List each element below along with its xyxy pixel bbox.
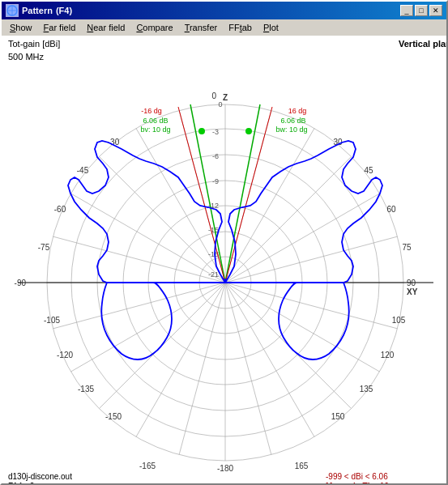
db-n9-label: -9 — [212, 177, 219, 185]
db-n21-label: -21 — [208, 270, 219, 279]
menu-nearfield[interactable]: Near field — [82, 21, 130, 34]
angle-neg120-label: -120 — [57, 351, 73, 359]
angle-165-label: 165 — [295, 462, 309, 470]
angle-neg75-label: -75 — [38, 243, 50, 252]
angle-neg60-label: -60 — [54, 205, 66, 214]
gain-range-label: -999 < dBi < 6.06 — [326, 472, 388, 481]
z-top-label: Z — [223, 93, 228, 102]
menu-transfer[interactable]: Transfer — [180, 21, 223, 34]
db-n15-label: -15 — [208, 226, 219, 234]
left-bw-annotation: bv: 10 dg — [140, 126, 170, 134]
angle-neg45-label: -45 — [77, 166, 89, 175]
title-buttons: _ □ ✕ — [400, 5, 442, 16]
menu-compare[interactable]: Compare — [131, 21, 177, 34]
app-icon — [6, 4, 19, 17]
angle-105-label: 105 — [392, 316, 406, 325]
left-peak-dot — [198, 128, 205, 134]
angle-neg105-label: -105 — [44, 316, 60, 325]
db-0-label: 0 — [218, 100, 222, 108]
left-gain-annotation: 6.06 dB — [143, 117, 168, 125]
angle-45-label: 45 — [364, 166, 373, 175]
angle-90-label: 90 — [407, 279, 416, 287]
angle-neg90-label: -90 — [15, 279, 27, 287]
db-n6-label: -6 — [212, 152, 219, 160]
right-bw-annotation: bw: 10 dg — [275, 126, 307, 134]
angle-120-label: 120 — [381, 351, 395, 359]
svg-rect-3 — [2, 36, 446, 483]
menu-plot[interactable]: Plot — [258, 21, 284, 34]
main-window: Pattern (F4) _ □ ✕ Show Far field Near f… — [0, 0, 448, 485]
menu-fftab[interactable]: FFtab — [224, 21, 257, 34]
right-db-annotation: 16 dg — [288, 107, 307, 115]
filename-label: d130j-discone.out — [8, 472, 72, 481]
angle-150-label: 150 — [331, 412, 345, 421]
gain-label: Tot-gain [dBi] — [8, 39, 60, 49]
angle-neg165-label: -165 — [139, 462, 156, 470]
zero-angle-label: 0 — [211, 91, 216, 100]
angle-neg150-label: -150 — [105, 412, 122, 421]
angle-neg135-label: -135 — [78, 385, 94, 394]
right-gain-annotation: 6.06 dB — [280, 117, 305, 125]
left-db-annotation: -16 dg — [141, 107, 162, 115]
menu-bar: Show Far field Near field Compare Transf… — [2, 19, 446, 36]
window-shortcut: (F4) — [56, 6, 72, 15]
title-bar: Pattern (F4) _ □ ✕ — [2, 2, 446, 19]
menu-show[interactable]: Show — [5, 21, 37, 34]
angle-75-label: 75 — [402, 243, 412, 252]
angle-neg180-label: -180 — [217, 464, 233, 473]
phi-label: Phi= 0 — [8, 481, 35, 483]
angle-135-label: 135 — [360, 385, 373, 394]
menu-farfield[interactable]: Far field — [39, 21, 81, 34]
max-gain-label: Max gain The:16 — [326, 482, 389, 483]
angle-60-label: 60 — [386, 205, 396, 214]
window-title: Pattern — [22, 6, 53, 15]
db-n3-label: -3 — [212, 128, 219, 136]
xy-label: XY — [407, 287, 418, 296]
plane-label: Vertical plane — [399, 39, 446, 49]
right-peak-dot — [245, 128, 252, 134]
close-button[interactable]: ✕ — [429, 5, 442, 16]
chart-area: Tot-gain [dBi] Vertical plane 500 MHz — [2, 36, 446, 483]
title-bar-left: Pattern (F4) — [6, 4, 72, 17]
maximize-button[interactable]: □ — [415, 5, 428, 16]
minimize-button[interactable]: _ — [400, 5, 413, 16]
freq-label: 500 MHz — [8, 52, 45, 62]
